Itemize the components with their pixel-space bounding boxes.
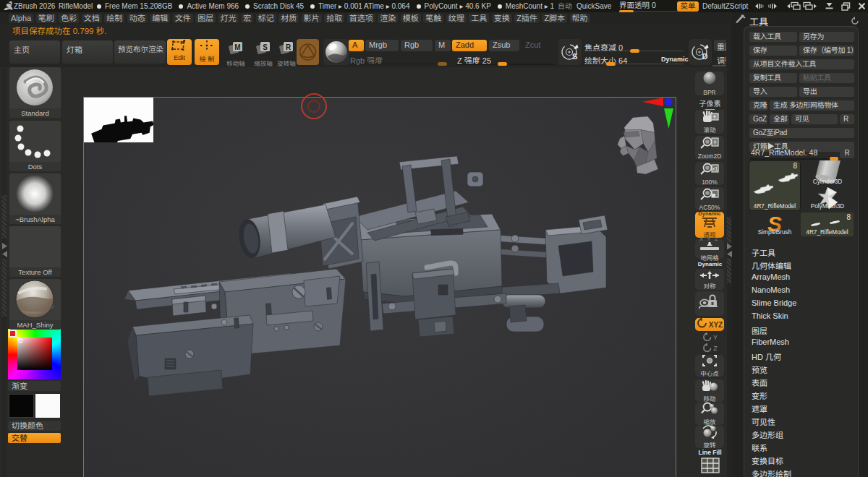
shelf---button[interactable]: 旋转: [695, 426, 724, 448]
tool-action-button[interactable]: 全部: [770, 114, 789, 124]
shelf---button[interactable]: 滚动: [695, 110, 724, 134]
shelf-z-button[interactable]: Z: [693, 343, 727, 353]
tool-action-button[interactable]: GoZ: [749, 114, 767, 124]
menu-item-3[interactable]: 文档: [82, 14, 102, 23]
tool-action-button[interactable]: R: [840, 114, 854, 124]
menu-item-13[interactable]: 影片: [302, 14, 322, 23]
menu-item-8[interactable]: 图层: [195, 14, 216, 23]
paint-mode-m[interactable]: M: [435, 40, 451, 51]
left-tray-item-alpha-soft[interactable]: ~BrushAlpha: [9, 173, 61, 224]
sculpt-mode-zadd[interactable]: Zadd: [452, 40, 487, 51]
main-color-swatch[interactable]: [9, 394, 34, 418]
enlarge-ui-icon[interactable]: [767, 1, 781, 12]
active-tool-slider-label[interactable]: 4R7_RifleModel. 48: [751, 148, 817, 157]
tool-thumbnail-rifle-large[interactable]: 84R7_RifleModel: [749, 161, 800, 210]
tool-thumbnail-simple-brush[interactable]: SSimpleBrush: [749, 212, 800, 236]
rgb-intensity-handle[interactable]: [438, 62, 447, 66]
right-tray-divider[interactable]: [727, 69, 731, 477]
gradient-button[interactable]: 渐变: [8, 381, 61, 391]
left-tray-item-texture-off[interactable]: Texture Off: [9, 226, 61, 277]
menu-item-16[interactable]: 渲染: [378, 14, 398, 23]
tool-thumbnail-cylinder[interactable]: Cylinder3D: [801, 160, 854, 186]
tool-section-11[interactable]: 变形: [752, 390, 767, 401]
active-tool-slider-track[interactable]: [750, 158, 838, 160]
edit-button[interactable]: Edit: [167, 39, 192, 65]
menu-item-20[interactable]: 工具: [469, 14, 489, 23]
z-intensity-handle[interactable]: [498, 62, 507, 66]
tool-section-12[interactable]: 遮罩: [752, 403, 767, 414]
tool-section-14[interactable]: 多边形组: [752, 429, 783, 440]
menu-item-1[interactable]: 笔刷: [36, 14, 56, 23]
restore-window-icon[interactable]: [839, 1, 852, 12]
sculpt-mode-zsub[interactable]: Zsub: [489, 40, 519, 51]
menu-item-12[interactable]: 材质: [278, 14, 299, 23]
close-icon[interactable]: [856, 1, 867, 12]
tool-slider-r-button[interactable]: R: [840, 148, 854, 158]
shelf---button[interactable]: Dynamic透视: [695, 212, 724, 238]
tool-section-1[interactable]: 几何体编辑: [752, 259, 791, 271]
lightbox-button[interactable]: 灯箱: [62, 40, 113, 64]
tool-action-button[interactable]: 复制工具: [749, 73, 797, 83]
tool-section-9[interactable]: 预览: [752, 364, 767, 375]
tool-action-button[interactable]: 载入工具: [749, 32, 797, 42]
shelf-y-button[interactable]: Y: [693, 332, 727, 343]
menu-item-5[interactable]: 动态: [127, 14, 148, 23]
tool-action-button[interactable]: 从项目文件载入工具: [749, 59, 854, 69]
shelf---button[interactable]: 中心点: [695, 355, 724, 377]
menu-item-10[interactable]: 宏: [241, 14, 253, 23]
camview-gizmo[interactable]: [609, 94, 681, 175]
shrink-ui-icon[interactable]: [751, 1, 765, 12]
tool-section-5[interactable]: Thick Skin: [752, 311, 788, 320]
tool-thumbnail-rifle-small[interactable]: 84R7_RifleModel: [801, 212, 854, 236]
tool-action-button[interactable]: 导出: [799, 87, 854, 97]
focal-shift-handle[interactable]: [630, 49, 639, 53]
rgb-intensity-track[interactable]: [350, 64, 447, 65]
dynamic-mode-label[interactable]: Dynamic: [661, 56, 689, 63]
shelf-bpr-button[interactable]: BPR: [695, 72, 724, 95]
menu-item-23[interactable]: Z脚本: [542, 14, 567, 23]
alternate-button[interactable]: 交替: [8, 433, 61, 443]
tool-action-button[interactable]: 粘贴工具: [799, 73, 854, 83]
home-button[interactable]: 主页: [9, 40, 60, 64]
gizmo-m-button[interactable]: M移动轴: [225, 40, 247, 64]
tool-section-6[interactable]: 图层: [752, 325, 767, 336]
left-tray-item-stroke-dots[interactable]: Dots: [9, 121, 61, 171]
draw-button[interactable]: 绘 制: [195, 39, 219, 65]
tool-section-10[interactable]: 表面: [752, 377, 767, 388]
menu-item-4[interactable]: 绘制: [104, 14, 124, 23]
tool-action-button[interactable]: 保存（编号加 1）: [799, 46, 854, 56]
shelf-camera-lock-button[interactable]: [695, 291, 724, 316]
tool-action-button[interactable]: 可见: [791, 114, 838, 124]
tool-action-button[interactable]: 导入: [749, 87, 797, 97]
dynamic-brush-button[interactable]: D: [689, 39, 712, 65]
document-viewport[interactable]: [83, 97, 676, 477]
menu-item-19[interactable]: 纹理: [446, 14, 467, 23]
tool-section-2[interactable]: ArrayMesh: [752, 272, 790, 281]
tool-section-3[interactable]: NanoMesh: [752, 285, 790, 294]
left-tray-divider[interactable]: [2, 69, 7, 477]
tool-section-0[interactable]: 子工具: [752, 246, 775, 258]
menu-item-7[interactable]: 文件: [173, 14, 193, 23]
tool-action-button[interactable]: 生成 多边形网格物体: [770, 100, 854, 111]
rifle-model[interactable]: [119, 155, 618, 408]
tool-section-13[interactable]: 可见性: [752, 416, 775, 427]
shelf---button[interactable]: 对称: [695, 269, 724, 290]
tool-section-8[interactable]: HD 几何: [752, 351, 781, 362]
shelf-ac50--button[interactable]: AC50%: [695, 187, 724, 210]
prev-ui-layout-icon[interactable]: [786, 1, 801, 12]
menu-item-0[interactable]: Alpha: [9, 14, 33, 23]
menu-item-21[interactable]: 变换: [492, 14, 512, 23]
menu-item-11[interactable]: 标记: [256, 14, 276, 23]
paint-mode-rgb[interactable]: Rgb: [401, 40, 433, 51]
shelf---button[interactable]: 移动: [695, 379, 724, 402]
gizmo-s-button[interactable]: S缩放轴: [252, 40, 274, 64]
quicksave-button[interactable]: QuickSave: [576, 2, 611, 11]
shelf-line-fill-button[interactable]: Line Fill: [693, 449, 727, 476]
preview-boolean-button[interactable]: 预览布尔渲染: [114, 40, 166, 64]
clipped-reconstruct-button[interactable]: 重建: [714, 40, 726, 51]
color-cursor[interactable]: [19, 339, 22, 343]
current-color-swatch[interactable]: [9, 330, 17, 338]
paint-mode-a[interactable]: A: [349, 40, 364, 51]
menu-item-18[interactable]: 笔触: [423, 14, 443, 23]
tool-section-4[interactable]: Slime Bridge: [752, 298, 796, 307]
